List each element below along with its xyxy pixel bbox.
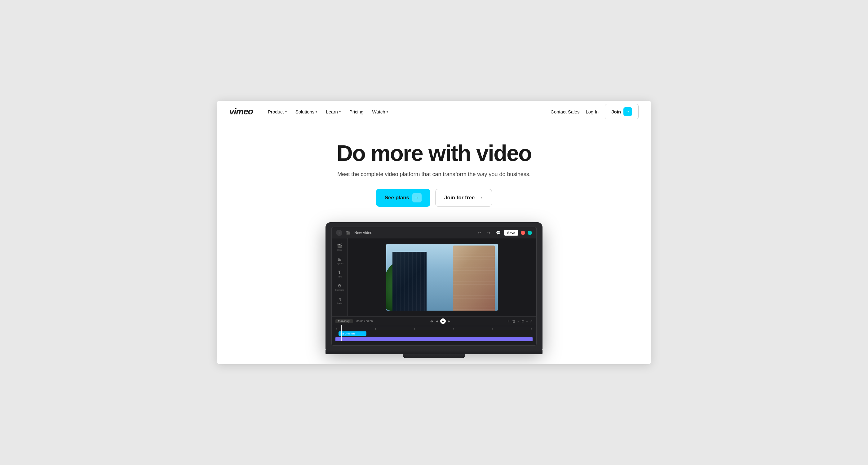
sidebar-tool-text[interactable]: T Text [333, 268, 347, 280]
nav-item-learn[interactable]: Learn ▾ [322, 106, 344, 117]
delete-icon[interactable]: 🗑 [512, 319, 516, 323]
building-dark-left [393, 252, 427, 311]
sidebar-tool-clips[interactable]: 🎬 Clips [333, 242, 347, 253]
timeline-ruler: 0 1 2 3 4 5 [335, 328, 533, 330]
join-button[interactable]: Join → [605, 104, 639, 119]
nav-item-solutions[interactable]: Solutions ▾ [292, 106, 321, 117]
hero-buttons: See plans → Join for free → [229, 189, 639, 207]
pause-icon[interactable]: ⏸ [507, 319, 510, 323]
nav-item-product[interactable]: Product ▾ [264, 106, 290, 117]
ruler-mark-5: 5 [531, 328, 532, 330]
learn-label: Learn [326, 109, 338, 114]
playhead [341, 325, 342, 341]
contact-sales-button[interactable]: Contact Sales [551, 109, 579, 114]
product-chevron-icon: ▾ [285, 110, 287, 114]
prev-frame-button[interactable]: ⏮ [430, 319, 433, 323]
caption-text: Title Goes Here [340, 333, 355, 335]
comment-icon[interactable]: 💬 [495, 229, 502, 236]
hero-section: Do more with video Meet the complete vid… [217, 123, 651, 365]
play-button[interactable]: ▶ [440, 318, 446, 324]
timeline-track-area: 0 1 2 3 4 5 [332, 326, 536, 345]
zoom-slider[interactable]: ⊙ [521, 319, 524, 323]
film-icon: 🎬 [346, 230, 351, 235]
laptop-base [326, 350, 542, 354]
expand-icon[interactable]: ⤢ [530, 319, 533, 323]
ruler-mark-3: 3 [453, 328, 454, 330]
elements-label: Elements [335, 289, 344, 291]
video-scene [386, 244, 498, 311]
video-editor: ‹ 🎬 New Video ↩ ↪ 💬 Save [332, 227, 536, 345]
ruler-mark-1: 1 [375, 328, 376, 330]
zoom-out-icon[interactable]: − [517, 319, 519, 323]
video-preview [386, 244, 498, 311]
pricing-label: Pricing [349, 109, 364, 114]
record-dot-red [521, 230, 525, 235]
laptop-screen: ‹ 🎬 New Video ↩ ↪ 💬 Save [331, 227, 537, 346]
hero-subtitle: Meet the complete video platform that ca… [229, 171, 639, 178]
navbar: vimeo Product ▾ Solutions ▾ Learn ▾ Pric… [217, 101, 651, 123]
save-button[interactable]: Save [504, 230, 518, 236]
ruler-mark-4: 4 [492, 328, 493, 330]
ruler-mark-0: 0 [336, 328, 337, 330]
video-track[interactable] [335, 337, 533, 341]
elements-icon: ⚙ [338, 283, 342, 288]
undo-icon[interactable]: ↩ [476, 229, 483, 236]
sidebar-tool-layouts[interactable]: ⊞ Layouts [333, 255, 347, 266]
watch-label: Watch [372, 109, 385, 114]
step-back-button[interactable]: ◂ [436, 319, 438, 323]
timeline-right-controls: ⏸ 🗑 − ⊙ + ⤢ [507, 319, 533, 323]
caption-track-row: Title Goes Here [335, 331, 533, 336]
learn-chevron-icon: ▾ [339, 110, 341, 114]
hero-title: Do more with video [229, 142, 639, 165]
laptop-body: ‹ 🎬 New Video ↩ ↪ 💬 Save [326, 222, 542, 350]
sidebar-tool-audio[interactable]: ♫ Audio [333, 295, 347, 306]
laptop-foot [403, 354, 465, 358]
nav-right: Contact Sales Log In Join → [551, 104, 639, 119]
layouts-icon: ⊞ [338, 257, 342, 261]
editor-main: 🎬 Clips ⊞ Layouts T Tex [332, 238, 536, 316]
time-display: 00:06 / 00:00 [356, 320, 373, 323]
redo-icon[interactable]: ↪ [486, 229, 492, 236]
editor-title: New Video [354, 230, 372, 235]
laptop-hinge [326, 350, 542, 354]
join-arrow-icon: → [623, 107, 632, 116]
layouts-label: Layouts [336, 262, 343, 265]
see-plans-label: See plans [385, 195, 409, 201]
join-free-button[interactable]: Join for free → [435, 189, 492, 207]
nav-item-watch[interactable]: Watch ▾ [369, 106, 392, 117]
video-track-row [335, 337, 533, 341]
join-free-arrow-icon: → [478, 195, 483, 201]
text-icon: T [338, 270, 341, 275]
nav-item-pricing[interactable]: Pricing [346, 106, 367, 117]
join-label: Join [611, 109, 621, 114]
solutions-label: Solutions [296, 109, 315, 114]
sidebar-tool-elements[interactable]: ⚙ Elements [333, 281, 347, 293]
laptop-container: ‹ 🎬 New Video ↩ ↪ 💬 Save [229, 222, 639, 358]
clips-icon: 🎬 [337, 243, 342, 248]
solutions-chevron-icon: ▾ [316, 110, 317, 114]
editor-sidebar: 🎬 Clips ⊞ Layouts T Tex [332, 238, 348, 316]
editor-topbar: ‹ 🎬 New Video ↩ ↪ 💬 Save [332, 227, 536, 238]
transcript-tag[interactable]: Transcript [335, 319, 353, 323]
laptop: ‹ 🎬 New Video ↩ ↪ 💬 Save [326, 222, 542, 358]
page-wrapper: vimeo Product ▾ Solutions ▾ Learn ▾ Pric… [217, 101, 651, 365]
product-label: Product [268, 109, 284, 114]
watch-chevron-icon: ▾ [386, 110, 388, 114]
zoom-in-icon[interactable]: + [526, 319, 528, 323]
caption-block[interactable]: Title Goes Here [339, 331, 366, 336]
audio-icon: ♫ [338, 297, 341, 302]
login-button[interactable]: Log In [586, 109, 599, 114]
clips-label: Clips [337, 249, 342, 251]
editor-canvas [348, 238, 536, 316]
nav-links: Product ▾ Solutions ▾ Learn ▾ Pricing Wa… [264, 106, 551, 117]
timeline-controls: Transcript 00:06 / 00:00 ⏮ ◂ ▶ ▸ [332, 316, 536, 326]
see-plans-button[interactable]: See plans → [376, 189, 430, 207]
editor-timeline: Transcript 00:06 / 00:00 ⏮ ◂ ▶ ▸ [332, 316, 536, 345]
editor-topbar-left: ‹ 🎬 New Video [336, 230, 372, 236]
building-tan-right [453, 246, 495, 311]
editor-back-button[interactable]: ‹ [336, 230, 342, 236]
ruler-mark-2: 2 [414, 328, 415, 330]
vimeo-logo[interactable]: vimeo [229, 106, 253, 117]
see-plans-arrow-icon: → [412, 193, 422, 203]
step-forward-button[interactable]: ▸ [448, 319, 450, 323]
